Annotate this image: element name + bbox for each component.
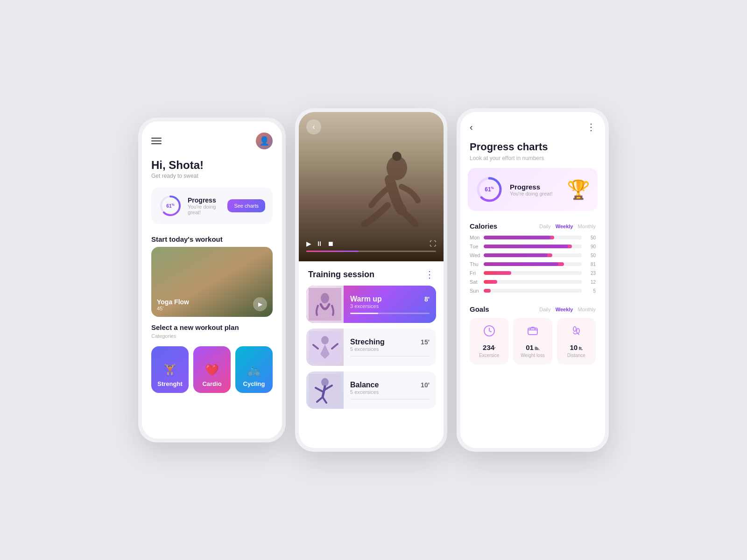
svg-point-14 xyxy=(573,327,576,331)
goal-weight: 01 lb. Weight loss xyxy=(513,318,552,364)
footprint-icon xyxy=(570,324,583,341)
svg-rect-4 xyxy=(309,288,341,321)
hamburger-icon[interactable] xyxy=(151,138,162,144)
video-progress-bar xyxy=(306,251,436,252)
bar-thu: Thu 81 xyxy=(470,261,596,267)
categories-sub: Categories xyxy=(142,333,282,343)
svg-point-5 xyxy=(321,293,329,303)
category-strength[interactable]: 🏋️ Strenght xyxy=(151,346,189,393)
session-header: Training session ⋮ xyxy=(299,261,444,286)
right-header: ‹ ⋮ xyxy=(460,112,605,137)
left-header: 👤 xyxy=(142,121,282,154)
exercise-warmup[interactable]: Warm up 8' 3 excersices xyxy=(306,286,436,323)
goals-period-tabs: Daily Weekly Monthly xyxy=(539,307,596,312)
bar-sat: Sat 12 xyxy=(470,279,596,285)
progress-percent-large: 61% xyxy=(485,186,494,193)
goals-section: Goals Daily Weekly Monthly xyxy=(460,301,605,372)
expand-button[interactable]: ⛶ xyxy=(430,240,436,247)
workout-section-title: Start today's workout xyxy=(142,230,282,247)
video-back-button[interactable]: ‹ xyxy=(306,119,321,134)
period-tabs: Daily Weekly Monthly xyxy=(539,224,596,229)
bar-wed: Wed 50 xyxy=(470,252,596,258)
goals-daily[interactable]: Daily xyxy=(539,307,550,312)
svg-point-3 xyxy=(392,152,402,161)
period-daily[interactable]: Daily xyxy=(539,224,550,229)
play-control[interactable]: ▶ xyxy=(306,240,311,247)
period-weekly[interactable]: Weekly xyxy=(556,224,573,229)
video-area: ‹ ▶ ⏸ ⏹ ⛶ xyxy=(299,112,444,261)
trophy-icon: 🏆 xyxy=(567,179,590,201)
progress-percent: 61% xyxy=(166,203,174,209)
svg-point-15 xyxy=(577,329,579,333)
progress-text: Progress You're doing great! xyxy=(188,196,227,215)
avatar[interactable]: 👤 xyxy=(256,133,273,149)
play-button[interactable]: ▶ xyxy=(253,297,267,311)
balance-progress xyxy=(350,399,430,400)
cycling-label: Cycling xyxy=(243,380,265,387)
workout-image[interactable]: Yoga Flow 45' ▶ xyxy=(151,247,273,317)
calories-bars: Mon 50 Tue 90 xyxy=(470,235,596,294)
progress-circle: 61% xyxy=(159,194,182,217)
goals-weekly[interactable]: Weekly xyxy=(556,307,573,312)
goal-exercise: 234' Excersice xyxy=(470,318,508,364)
session-title: Training session xyxy=(308,270,374,280)
progress-card: 61% Progress You're doing great! See cha… xyxy=(151,188,273,224)
progress-info: Progress You're doing great! xyxy=(510,183,567,196)
greeting-sub: Get ready to sweat xyxy=(151,173,273,179)
strength-icon: 🏋️ xyxy=(163,364,177,377)
categories-grid: 🏋️ Strenght ❤️ Cardio 🚲 Cycling xyxy=(142,343,282,402)
clock-icon xyxy=(483,324,496,341)
stretching-thumbnail xyxy=(306,329,344,366)
bar-mon: Mon 50 xyxy=(470,235,596,240)
progress-circle-large: 61% xyxy=(475,175,503,203)
progress-banner: 61% Progress You're doing great! 🏆 xyxy=(468,168,598,211)
cardio-label: Cardio xyxy=(202,380,221,387)
category-cycling[interactable]: 🚲 Cycling xyxy=(235,346,273,393)
exercise-balance[interactable]: Balance 10' 5 excersices xyxy=(306,371,436,409)
page-subtitle: Look at your effort in numbers xyxy=(460,155,605,168)
cardio-icon: ❤️ xyxy=(205,364,219,377)
svg-point-9 xyxy=(321,378,329,386)
category-cardio[interactable]: ❤️ Cardio xyxy=(193,346,231,393)
workout-label: Yoga Flow 45' xyxy=(157,298,189,311)
video-controls: ▶ ⏸ ⏹ xyxy=(306,240,334,247)
greeting: Hi, Shota! Get ready to sweat xyxy=(142,154,282,182)
svg-rect-13 xyxy=(528,328,537,335)
page-title: Progress charts xyxy=(460,137,605,155)
goals-monthly[interactable]: Monthly xyxy=(578,307,596,312)
bar-fri: Fri 23 xyxy=(470,270,596,276)
warmup-progress xyxy=(350,313,430,314)
goals-title: Goals xyxy=(470,305,489,313)
stop-control[interactable]: ⏹ xyxy=(327,240,334,247)
exercise-stretching[interactable]: Streching 15' 5 excersices xyxy=(306,329,436,366)
balance-info: Balance 10' 5 excersices xyxy=(344,375,436,406)
categories-title: Select a new workout plan xyxy=(142,317,282,333)
goals-grid: 234' Excersice 01 lb. We xyxy=(470,318,596,364)
bar-tue: Tue 90 xyxy=(470,244,596,249)
goal-distance: 10 ft. Distance xyxy=(557,318,596,364)
strength-label: Strenght xyxy=(157,380,182,387)
bar-sun: Sun 5 xyxy=(470,288,596,294)
greeting-headline: Hi, Shota! xyxy=(151,159,273,172)
video-progress-fill xyxy=(306,251,358,252)
see-charts-button[interactable]: See charts xyxy=(227,199,265,212)
more-button[interactable]: ⋮ xyxy=(586,121,596,133)
cycling-icon: 🚲 xyxy=(247,364,261,377)
more-options-button[interactable]: ⋮ xyxy=(425,269,434,280)
warmup-info: Warm up 8' 3 excersices xyxy=(344,289,436,320)
period-monthly[interactable]: Monthly xyxy=(578,224,596,229)
stretching-progress xyxy=(350,356,430,357)
pause-control[interactable]: ⏸ xyxy=(316,240,323,247)
back-button[interactable]: ‹ xyxy=(470,122,473,133)
stretching-info: Streching 15' 5 excersices xyxy=(344,332,436,363)
balance-thumbnail xyxy=(306,371,344,409)
calories-title: Calories xyxy=(470,222,497,230)
svg-point-7 xyxy=(321,336,329,344)
calories-section: Calories Daily Weekly Monthly Mon xyxy=(460,218,605,301)
scale-icon xyxy=(526,324,539,341)
warmup-thumbnail xyxy=(306,286,344,323)
